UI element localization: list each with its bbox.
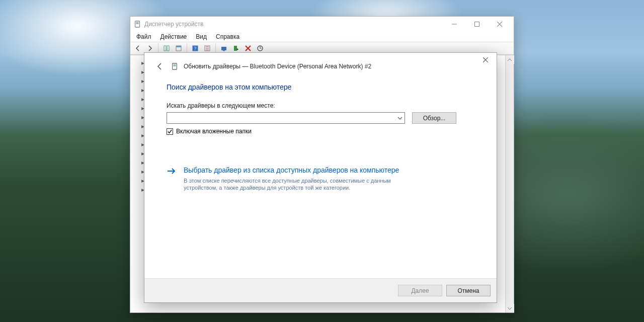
nav-back-button[interactable] [132,43,143,54]
svg-text:?: ? [194,46,197,51]
include-subfolders-row[interactable]: Включая вложенные папки [167,128,474,135]
svg-rect-4 [164,46,166,51]
menu-action[interactable]: Действие [156,32,191,41]
titlebar[interactable]: Диспетчер устройств [130,17,514,32]
path-field-label: Искать драйверы в следующем месте: [167,102,474,109]
svg-rect-5 [167,46,169,51]
dialog-body: Поиск драйверов на этом компьютере Искат… [144,76,497,278]
include-subfolders-label: Включая вложенные папки [176,128,252,135]
back-button[interactable] [154,61,166,72]
include-subfolders-checkbox[interactable] [167,128,173,135]
driver-path-combobox[interactable] [167,112,405,124]
vertical-scrollbar[interactable] [505,55,514,312]
next-button[interactable]: Далее [398,285,442,296]
app-icon [133,20,141,28]
dialog-header: Обновить драйверы — Bluetooth Device (Pe… [144,53,497,76]
update-drivers-dialog: Обновить драйверы — Bluetooth Device (Pe… [144,52,497,303]
menu-help[interactable]: Справка [212,32,244,41]
next-button-label: Далее [411,287,429,294]
device-icon [171,62,179,70]
browse-button-label: Обзор... [423,115,446,122]
arrow-right-icon [167,166,178,192]
chevron-down-icon [395,113,405,123]
menu-view[interactable]: Вид [192,32,211,41]
svg-rect-3 [474,22,479,27]
menubar: Файл Действие Вид Справка [130,32,514,42]
dialog-footer: Далее Отмена [144,278,497,302]
svg-rect-13 [234,46,237,51]
window-title: Диспетчер устройств [144,21,203,28]
dialog-title-prefix: Обновить драйверы — [184,63,250,70]
svg-rect-16 [173,64,176,66]
dialog-title: Обновить драйверы — Bluetooth Device (Pe… [184,63,371,70]
close-button[interactable] [488,17,511,31]
pick-from-list-option[interactable]: Выбрать драйвер из списка доступных драй… [167,166,474,192]
pick-from-list-description: В этом списке перечисляются все доступны… [184,177,420,192]
pick-from-list-title: Выбрать драйвер из списка доступных драй… [184,166,420,175]
cancel-button-label: Отмена [457,287,479,294]
browse-button[interactable]: Обзор... [412,112,456,124]
menu-file[interactable]: Файл [132,32,155,41]
minimize-button[interactable] [443,17,465,31]
svg-rect-11 [221,47,226,50]
svg-rect-7 [176,46,181,47]
scroll-down-button[interactable] [506,304,514,312]
svg-rect-12 [223,50,225,51]
svg-rect-1 [136,22,138,24]
scroll-up-button[interactable] [506,55,514,64]
maximize-button[interactable] [465,17,488,31]
svg-rect-2 [452,24,457,25]
cancel-button[interactable]: Отмена [446,285,491,296]
section-title: Поиск драйверов на этом компьютере [167,83,474,91]
dialog-title-device: Bluetooth Device (Personal Area Network)… [250,63,371,70]
dialog-close-button[interactable] [474,53,497,67]
